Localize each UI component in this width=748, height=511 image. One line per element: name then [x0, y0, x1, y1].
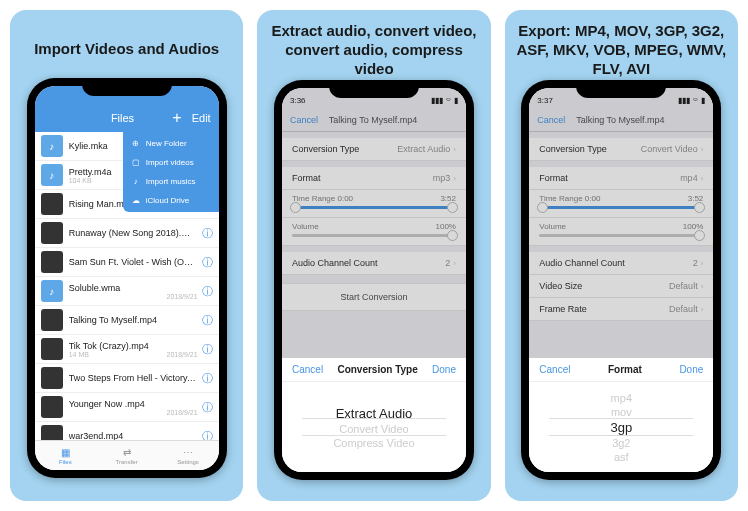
- video-thumb-icon: [41, 309, 63, 331]
- info-icon[interactable]: ⓘ: [202, 342, 213, 357]
- screen-files: Files + Edit ⊕New Folder ▢Import videos …: [35, 86, 219, 470]
- info-icon[interactable]: ⓘ: [202, 429, 213, 441]
- sheet-title: Format: [608, 364, 642, 375]
- phone-frame: 3:37 ▮▮▮⌔▮ Cancel Talking To Myself.mp4 …: [521, 80, 721, 480]
- video-thumb-icon: [41, 367, 63, 389]
- picker-option[interactable]: Compress Video: [333, 437, 414, 449]
- video-icon: ▢: [131, 158, 141, 167]
- panel-import: Import Videos and Audios Files + Edit ⊕N…: [10, 10, 243, 501]
- add-button[interactable]: +: [172, 109, 181, 127]
- info-icon[interactable]: ⓘ: [202, 255, 213, 270]
- picker-option[interactable]: mp4: [611, 392, 632, 404]
- sheet-done-button[interactable]: Done: [679, 364, 703, 375]
- audio-thumb-icon: ♪: [41, 135, 63, 157]
- file-row[interactable]: Sam Sun Ft. Violet - Wish (Oh No).mp4ⓘ: [35, 248, 219, 277]
- info-icon[interactable]: ⓘ: [202, 313, 213, 328]
- tab-transfer[interactable]: ⇄Transfer: [96, 441, 157, 470]
- file-row[interactable]: war3end.mp4ⓘ: [35, 422, 219, 440]
- files-title: Files: [73, 112, 173, 124]
- sheet-title: Conversion Type: [337, 364, 417, 375]
- video-thumb-icon: [41, 222, 63, 244]
- popup-new-folder[interactable]: ⊕New Folder: [123, 134, 219, 153]
- video-thumb-icon: [41, 193, 63, 215]
- panel-extract: Extract audio, convert video, convert au…: [257, 10, 490, 501]
- sheet-toolbar: Cancel Conversion Type Done: [282, 358, 466, 382]
- panel-export: Export: MP4, MOV, 3GP, 3G2, ASF, MKV, VO…: [505, 10, 738, 501]
- popup-import-musics[interactable]: ♪Import musics: [123, 172, 219, 191]
- screen-export: 3:37 ▮▮▮⌔▮ Cancel Talking To Myself.mp4 …: [529, 88, 713, 472]
- notch: [329, 80, 419, 98]
- cloud-icon: ☁: [131, 196, 141, 205]
- picker-wheel[interactable]: Extract Audio Convert Video Compress Vid…: [282, 382, 466, 472]
- info-icon[interactable]: ⓘ: [202, 400, 213, 415]
- file-row[interactable]: Two Steps From Hell - Victory.mp4ⓘ: [35, 364, 219, 393]
- popup-import-videos[interactable]: ▢Import videos: [123, 153, 219, 172]
- picker-option[interactable]: 3gp: [610, 420, 632, 435]
- picker-option[interactable]: Convert Video: [339, 423, 409, 435]
- file-row[interactable]: Younger Now .mp42018/9/21ⓘ: [35, 393, 219, 422]
- info-icon[interactable]: ⓘ: [202, 371, 213, 386]
- file-row[interactable]: ♪Soluble.wma2018/9/21ⓘ: [35, 277, 219, 306]
- panel-title: Export: MP4, MOV, 3GP, 3G2, ASF, MKV, VO…: [511, 20, 732, 80]
- panel-title: Import Videos and Audios: [30, 20, 223, 78]
- tab-files[interactable]: ▦Files: [35, 441, 96, 470]
- picker-option[interactable]: asf: [614, 451, 629, 463]
- notch: [82, 78, 172, 96]
- video-thumb-icon: [41, 425, 63, 440]
- file-row[interactable]: Talking To Myself.mp4ⓘ: [35, 306, 219, 335]
- popup-icloud[interactable]: ☁iCloud Drive: [123, 191, 219, 210]
- add-popup: ⊕New Folder ▢Import videos ♪Import music…: [123, 132, 219, 212]
- transfer-icon: ⇄: [123, 447, 131, 458]
- file-row[interactable]: Runaway (New Song 2018).mp4ⓘ: [35, 219, 219, 248]
- file-list[interactable]: ⊕New Folder ▢Import videos ♪Import music…: [35, 132, 219, 440]
- screen-convert: 3:36 ▮▮▮⌔▮ Cancel Talking To Myself.mp4 …: [282, 88, 466, 472]
- info-icon[interactable]: ⓘ: [202, 284, 213, 299]
- info-icon[interactable]: ⓘ: [202, 226, 213, 241]
- files-icon: ▦: [61, 447, 70, 458]
- music-icon: ♪: [131, 177, 141, 186]
- sheet-toolbar: Cancel Format Done: [529, 358, 713, 382]
- video-thumb-icon: [41, 338, 63, 360]
- sheet-done-button[interactable]: Done: [432, 364, 456, 375]
- picker-option[interactable]: Extract Audio: [336, 406, 413, 421]
- phone-frame: Files + Edit ⊕New Folder ▢Import videos …: [27, 78, 227, 478]
- settings-icon: ⋯: [183, 447, 193, 458]
- audio-thumb-icon: ♪: [41, 280, 63, 302]
- picker-sheet: Cancel Format Done mp4 mov 3gp 3g2 asf: [529, 357, 713, 472]
- sheet-cancel-button[interactable]: Cancel: [292, 364, 323, 375]
- notch: [576, 80, 666, 98]
- picker-option[interactable]: mov: [611, 406, 632, 418]
- video-thumb-icon: [41, 396, 63, 418]
- tab-settings[interactable]: ⋯Settings: [157, 441, 218, 470]
- panel-title: Extract audio, convert video, convert au…: [263, 20, 484, 80]
- sheet-cancel-button[interactable]: Cancel: [539, 364, 570, 375]
- phone-frame: 3:36 ▮▮▮⌔▮ Cancel Talking To Myself.mp4 …: [274, 80, 474, 480]
- video-thumb-icon: [41, 251, 63, 273]
- edit-button[interactable]: Edit: [192, 112, 211, 124]
- file-row[interactable]: Tik Tok (Crazy).mp414 MB2018/9/21ⓘ: [35, 335, 219, 364]
- audio-thumb-icon: ♪: [41, 164, 63, 186]
- picker-wheel[interactable]: mp4 mov 3gp 3g2 asf: [529, 382, 713, 472]
- picker-sheet: Cancel Conversion Type Done Extract Audi…: [282, 357, 466, 472]
- folder-plus-icon: ⊕: [131, 139, 141, 148]
- tab-bar: ▦Files ⇄Transfer ⋯Settings: [35, 440, 219, 470]
- picker-option[interactable]: 3g2: [612, 437, 630, 449]
